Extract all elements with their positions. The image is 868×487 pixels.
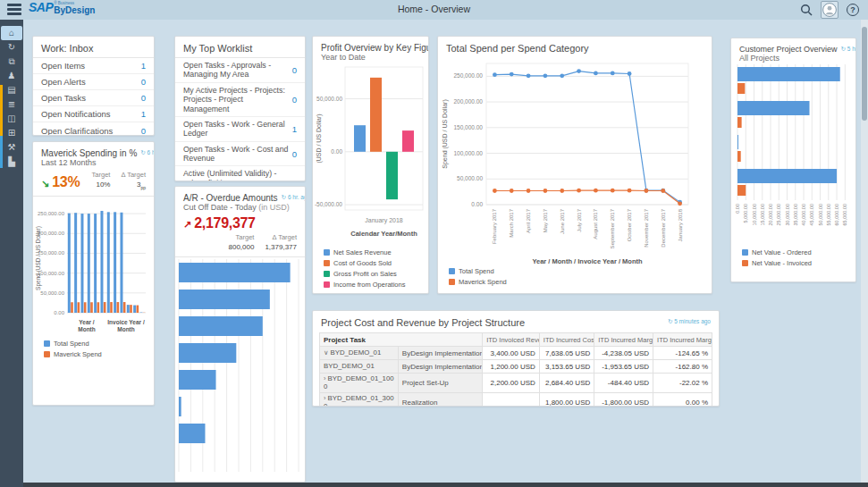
avatar[interactable] (821, 1, 839, 19)
list-item-count: 0 (292, 65, 297, 75)
table-row[interactable]: BYD_DEMO_01ByDesign Implementation1,200.… (320, 360, 712, 374)
svg-text:Calendar Year/Month: Calendar Year/Month (350, 230, 417, 238)
list-item-label: Open Tasks - Work - Cost and Revenue (183, 145, 289, 164)
svg-text:October 2017: October 2017 (627, 208, 632, 241)
list-item-count: 1 (141, 61, 146, 71)
list-item-count: 0 (141, 126, 146, 136)
svg-text:Month: Month (117, 326, 135, 332)
maverick-title: Maverick Spending in % (41, 148, 137, 158)
network-icon[interactable]: ⊞ (0, 126, 23, 140)
worklists-icon[interactable]: ≣ (0, 97, 23, 112)
apps-icon[interactable]: ⧉ (0, 55, 23, 69)
customer-project-card: Customer Project Overview ↻ 5 hours ago … (730, 38, 856, 282)
project-cost-refresh[interactable]: ↻ 5 minutes ago (668, 318, 711, 325)
list-item[interactable]: Open Tasks - Work - Cost and Revenue0 (175, 142, 305, 167)
list-item[interactable]: Open Notifications1 (33, 106, 154, 122)
maverick-legend: Total SpendMaverick Spend (33, 338, 154, 362)
list-item[interactable]: Active (Unlimited Validity) - Job Defini… (175, 166, 305, 181)
customer-title: Customer Project Overview (739, 45, 838, 54)
history-icon[interactable]: ↻ (0, 40, 23, 55)
svg-text:0.00: 0.00 (735, 204, 740, 214)
column-header[interactable]: Project Task (320, 333, 483, 347)
nav-sidebar: ⌂↻⧉♟▤≣◫⊞⚒▙ (0, 20, 23, 487)
company-icon[interactable]: ◫ (0, 112, 23, 126)
column-header[interactable]: ITD Incurred Margin● (594, 333, 653, 347)
maverick-spend-chart: 0.0050,000.00100,000.00150,000.00200,000… (33, 197, 152, 338)
work-inbox-list: Open Items1Open Alerts0Open Tasks0Open N… (33, 58, 154, 136)
home-icon[interactable]: ⌂ (1, 26, 22, 40)
ar-kpi: ↗2,179,377 (183, 215, 256, 231)
list-item-label: My Active Projects - Projects: Projects … (183, 86, 289, 113)
page-title: Home - Overview (0, 4, 868, 14)
ar-refresh[interactable]: ↻ 6 hr. ago (282, 194, 306, 201)
svg-text:April 2017: April 2017 (526, 208, 531, 233)
list-item[interactable]: Open Tasks - Work - General Ledger1 (175, 117, 305, 142)
trend-up-icon: ↗ (183, 219, 191, 230)
help-icon[interactable]: ? (847, 4, 859, 16)
svg-text:August 2017: August 2017 (593, 208, 598, 239)
scrollbar-thumb[interactable] (862, 27, 867, 121)
list-item-label: Open Tasks - Work - General Ledger (183, 120, 289, 139)
svg-text:250,000.00: 250,000.00 (38, 211, 65, 216)
customer-project-chart: 0.005,000.0010,000.0015,000.0020,000.002… (731, 63, 855, 247)
ar-target-block: Target Δ Target 800,000 1,379,377 (175, 233, 305, 256)
svg-text:25,000.00: 25,000.00 (776, 204, 781, 225)
table-row[interactable]: ›BYD_DEMO_01_1000Project Set-Up2,200.00 … (320, 374, 712, 393)
svg-text:30,000.00: 30,000.00 (785, 204, 790, 225)
customer-refresh[interactable]: ↻ 5 hours ago (841, 46, 856, 53)
list-item[interactable]: Open Tasks - Approvals - Managing My Are… (175, 58, 305, 83)
list-item-label: Open Clarifications (41, 126, 113, 136)
customer-legend: Net Value - OrderedNet Value - Invoiced (731, 247, 855, 271)
svg-text:0.00: 0.00 (471, 201, 483, 207)
analytics-icon[interactable]: ▙ (0, 155, 23, 169)
svg-text:20,000.00: 20,000.00 (768, 204, 773, 225)
svg-text:January 2018: January 2018 (678, 208, 683, 241)
svg-text:December 2017: December 2017 (661, 208, 666, 247)
list-item[interactable]: My Active Projects - Projects: Projects … (175, 83, 305, 117)
customer-subtitle: All Projects (731, 54, 855, 63)
column-header[interactable]: ITD Invoiced Revenue● (483, 333, 540, 347)
list-item[interactable]: Open Alerts0 (33, 74, 154, 90)
list-item[interactable]: Open Clarifications0 (33, 122, 154, 136)
svg-text:Spend (USD / US Dollar): Spend (USD / US Dollar) (442, 99, 449, 168)
total-spend-chart: 0.0050,000.00100,000.00150,000.00200,000… (438, 55, 710, 276)
profit-title: Profit Overview by Key Figure (321, 43, 429, 53)
expander-icon[interactable]: › (324, 374, 326, 382)
list-item[interactable]: Open Tasks0 (33, 90, 154, 106)
trend-down-icon: ↘ (41, 178, 49, 189)
column-header[interactable]: ITD Incurred Margin %● (653, 333, 712, 347)
top-worklist-card: My Top Worklist Open Tasks - Approvals -… (174, 36, 306, 181)
profit-chart: 50,000.000.00-50,000.00(USD / US Dollar)… (313, 62, 428, 247)
svg-text:15,000.00: 15,000.00 (760, 204, 765, 225)
list-item-count: 1 (141, 109, 146, 119)
list-item-count: 0 (292, 95, 297, 105)
expander-icon[interactable]: › (324, 394, 326, 402)
maverick-refresh[interactable]: ↻ 6 hr. ago (140, 149, 155, 156)
svg-text:100,000.00: 100,000.00 (38, 270, 65, 275)
svg-text:40,000.00: 40,000.00 (801, 204, 806, 225)
ar-overdue-chart (175, 257, 305, 475)
search-icon[interactable] (800, 4, 813, 16)
users-icon[interactable]: ⚒ (0, 140, 23, 155)
svg-text:Year /: Year / (79, 319, 95, 325)
total-spend-card: Total Spend per Spend Category 0.0050,00… (437, 36, 712, 294)
table-row[interactable]: ›BYD_DEMO_01_3000Realization1,800.00 USD… (320, 393, 712, 407)
vertical-scrollbar[interactable] (861, 20, 868, 483)
svg-text:55,000.00: 55,000.00 (826, 204, 831, 225)
maverick-spending-card: Maverick Spending in % ↻ 6 hr. ago Last … (32, 141, 155, 406)
list-item-label: Open Alerts (41, 77, 86, 87)
table-row[interactable]: ∨BYD_DEMO_01ByDesign Implementation3,400… (320, 347, 712, 360)
total-spend-title: Total Spend per Spend Category (446, 43, 589, 54)
svg-text:200,000.00: 200,000.00 (38, 231, 65, 236)
documents-icon[interactable]: ▤ (0, 83, 23, 97)
expander-icon[interactable]: ∨ (324, 348, 329, 357)
svg-text:10,000.00: 10,000.00 (752, 204, 757, 225)
column-header[interactable]: ITD Incurred Cost● (539, 333, 594, 347)
list-item[interactable]: Open Items1 (33, 58, 154, 74)
profit-legend: Net Sales RevenueCost of Goods SoldGross… (313, 247, 428, 292)
svg-text:200,000.00: 200,000.00 (453, 98, 483, 105)
total-spend-legend: Total SpendMaverick Spend (438, 265, 507, 290)
list-item-count: 0 (292, 149, 297, 159)
list-item-count: 0 (141, 93, 146, 103)
org-icon[interactable]: ♟ (0, 69, 23, 83)
